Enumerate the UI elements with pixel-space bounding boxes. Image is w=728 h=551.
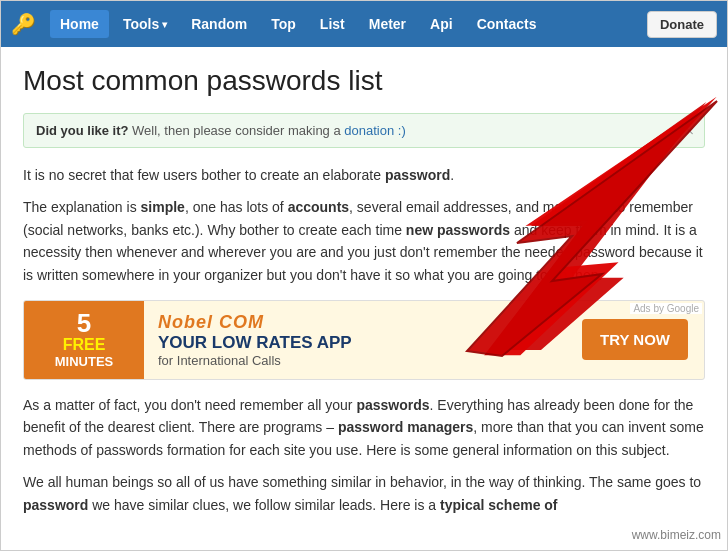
- logo-icon: 🔑: [11, 12, 36, 36]
- ad-minutes-number: 5: [77, 310, 91, 336]
- page-title: Most common passwords list: [23, 65, 705, 97]
- nav-item-meter[interactable]: Meter: [359, 10, 416, 38]
- tools-chevron-icon: ▾: [162, 19, 167, 30]
- main-content: Most common passwords list Did you like …: [1, 47, 727, 544]
- watermark: www.bimeiz.com: [626, 526, 727, 544]
- try-now-button[interactable]: TRY NOW: [582, 319, 688, 360]
- ad-left: 5 FREE MINUTES: [24, 301, 144, 379]
- paragraph-4: We all human beings so all of us have so…: [23, 471, 705, 516]
- nav-item-random[interactable]: Random: [181, 10, 257, 38]
- donation-link[interactable]: donation :): [344, 123, 405, 138]
- paragraph-1: It is no secret that few users bother to…: [23, 164, 705, 186]
- ad-minutes-label: MINUTES: [55, 354, 114, 369]
- paragraph-3: As a matter of fact, you don't need reme…: [23, 394, 705, 461]
- donation-notice: Did you like it? Well, then please consi…: [23, 113, 705, 148]
- ad-tagline: YOUR LOW RATES APP: [158, 333, 552, 353]
- navbar: 🔑 Home Tools ▾ Random Top List Meter Api…: [1, 1, 727, 47]
- ad-right: TRY NOW: [566, 319, 704, 360]
- page-wrapper: 🔑 Home Tools ▾ Random Top List Meter Api…: [0, 0, 728, 551]
- nav-item-tools[interactable]: Tools ▾: [113, 10, 177, 38]
- ad-label: Ads by Google: [630, 303, 702, 314]
- donation-notice-strong: Did you like it?: [36, 123, 128, 138]
- ad-brand: Nobel COM: [158, 312, 552, 333]
- nav-item-home[interactable]: Home: [50, 10, 109, 38]
- ad-center: Nobel COM YOUR LOW RATES APP for Interna…: [144, 302, 566, 378]
- paragraph-2: The explanation is simple, one has lots …: [23, 196, 705, 286]
- donation-notice-text: Well, then please consider making a: [128, 123, 344, 138]
- nav-item-api[interactable]: Api: [420, 10, 463, 38]
- nav-item-top[interactable]: Top: [261, 10, 306, 38]
- nav-item-list[interactable]: List: [310, 10, 355, 38]
- ad-brand-text: Nobel COM: [158, 312, 264, 332]
- nav-item-contacts[interactable]: Contacts: [467, 10, 547, 38]
- nav-links: Home Tools ▾ Random Top List Meter Api C…: [50, 10, 647, 38]
- close-icon[interactable]: ×: [685, 122, 694, 139]
- ad-free-label: FREE: [63, 336, 106, 354]
- ad-subtitle: for International Calls: [158, 353, 552, 368]
- ad-banner: Ads by Google 5 FREE MINUTES Nobel COM Y…: [23, 300, 705, 380]
- donate-button[interactable]: Donate: [647, 11, 717, 38]
